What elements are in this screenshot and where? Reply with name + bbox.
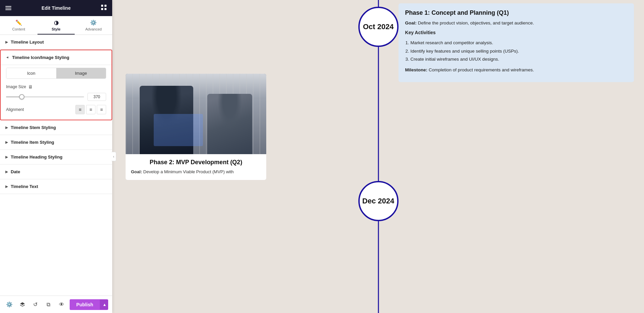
accordion-date-header[interactable]: ▶ Date [0, 165, 112, 179]
bottom-bar: ⚙️ ↺ ⧉ 👁 Publish ▲ [0, 296, 112, 313]
image-size-input[interactable]: 370 [87, 93, 106, 101]
svg-rect-0 [101, 5, 103, 7]
alignment-buttons: ≡ ≡ ≡ [75, 105, 106, 114]
align-center-btn[interactable]: ≡ [86, 105, 95, 114]
panel-content: ▶ Timeline Layout ▼ Timeline Icon/Image … [0, 35, 112, 296]
svg-rect-1 [104, 5, 106, 7]
settings-icon-btn[interactable]: ⚙️ [4, 299, 14, 310]
arrow-icon: ▶ [5, 155, 8, 159]
section-stem-styling: ▶ Timeline Stem Styling [0, 120, 112, 135]
image-size-slider[interactable] [6, 93, 84, 100]
dec-date-circle: Dec 2024 [358, 181, 399, 221]
hamburger-menu-icon[interactable] [5, 6, 11, 10]
accordion-item-header[interactable]: ▶ Timeline Item Styling [0, 135, 112, 149]
tab-advanced[interactable]: ⚙️ Advanced [75, 16, 112, 35]
section-timeline-layout: ▶ Timeline Layout [0, 35, 112, 50]
phase2-goal-text: Goal: Develop a Minimum Viable Product (… [126, 169, 266, 180]
oct-date-circle: Oct 2024 [358, 7, 399, 47]
panel-header: Edit Timeline [0, 0, 112, 16]
image-size-slider-row: 370 [6, 93, 106, 101]
phase2-image-card: Phase 2: MVP Development (Q2) Goal: Deve… [126, 74, 266, 180]
phase2-title: Phase 2: MVP Development (Q2) [126, 154, 266, 169]
icon-image-body: Icon Image Image Size 🖥 [1, 65, 112, 120]
toggle-icon-btn[interactable]: Icon [6, 68, 56, 78]
section-date: ▶ Date [0, 165, 112, 179]
list-item: Create initial wireframes and UI/UX desi… [411, 55, 627, 63]
phase1-card: Phase 1: Concept and Planning (Q1) Goal:… [399, 3, 634, 82]
svg-rect-3 [104, 8, 106, 10]
toggle-image-btn[interactable]: Image [56, 68, 106, 78]
timeline-center-stem: Oct 2024 Dec 2024 [365, 0, 392, 313]
publish-wrapper: Publish ▲ [70, 299, 108, 310]
publish-button[interactable]: Publish [70, 299, 100, 310]
image-size-label: Image Size 🖥 [6, 84, 33, 89]
main-canvas: Phase 2: MVP Development (Q2) Goal: Deve… [112, 0, 644, 313]
arrow-open-icon: ▼ [6, 56, 9, 59]
panel-title: Edit Timeline [42, 5, 71, 11]
tab-bar: ✏️ Content ◑ Style ⚙️ Advanced [0, 16, 112, 35]
history-icon-btn[interactable]: ↺ [30, 299, 41, 310]
duplicate-icon-btn[interactable]: ⧉ [43, 299, 54, 310]
gear-icon: ⚙️ [90, 19, 97, 26]
section-timeline-text: ▶ Timeline Text [0, 179, 112, 194]
timeline-wrapper: Phase 2: MVP Development (Q2) Goal: Deve… [112, 0, 644, 313]
section-heading-styling: ▶ Timeline Heading Styling [0, 150, 112, 165]
phase1-milestone: Milestone: Completion of product require… [405, 67, 627, 73]
phase1-title: Phase 1: Concept and Planning (Q1) [405, 9, 627, 16]
pencil-icon: ✏️ [15, 19, 22, 26]
phase2-image [126, 74, 266, 154]
alignment-label: Alignment [6, 107, 24, 112]
icon-image-toggle: Icon Image [6, 68, 106, 79]
align-left-btn[interactable]: ≡ [75, 105, 85, 114]
timeline-left-column: Phase 2: MVP Development (Q2) Goal: Deve… [112, 0, 365, 313]
collapse-panel-handle[interactable]: ‹ [112, 152, 116, 161]
phase1-key-activities-label: Key Activities [405, 29, 627, 36]
accordion-icon-image-header[interactable]: ▼ Timeline Icon/Image Styling [1, 50, 112, 65]
phase1-activities-list: Market research and competitor analysis.… [405, 39, 627, 63]
style-icon: ◑ [54, 19, 59, 26]
align-right-btn[interactable]: ≡ [97, 105, 106, 114]
accordion-text-header[interactable]: ▶ Timeline Text [0, 179, 112, 194]
arrow-icon: ▶ [5, 40, 8, 44]
accordion-stem-header[interactable]: ▶ Timeline Stem Styling [0, 120, 112, 135]
timeline-right-column: Phase 1: Concept and Planning (Q1) Goal:… [392, 0, 644, 313]
section-icon-image-styling: ▼ Timeline Icon/Image Styling Icon Image… [0, 50, 112, 120]
tab-style[interactable]: ◑ Style [38, 16, 75, 35]
phase1-goal: Goal: Define the product vision, objecti… [405, 20, 627, 26]
tab-content[interactable]: ✏️ Content [0, 16, 38, 35]
arrow-icon: ▶ [5, 126, 8, 129]
left-panel: Edit Timeline ✏️ Content ◑ Style ⚙️ Adva… [0, 0, 112, 313]
timeline-stem-line [378, 0, 379, 313]
section-item-styling: ▶ Timeline Item Styling [0, 135, 112, 150]
layers-icon-btn[interactable] [17, 299, 27, 310]
preview-icon-btn[interactable]: 👁 [57, 299, 67, 310]
arrow-icon: ▶ [5, 185, 8, 188]
publish-chevron-button[interactable]: ▲ [100, 300, 108, 310]
arrow-icon: ▶ [5, 140, 8, 144]
accordion-heading-header[interactable]: ▶ Timeline Heading Styling [0, 150, 112, 164]
svg-rect-2 [101, 8, 103, 10]
arrow-icon: ▶ [5, 170, 8, 174]
accordion-timeline-layout-header[interactable]: ▶ Timeline Layout [0, 35, 112, 49]
image-size-row: Image Size 🖥 [6, 84, 106, 89]
alignment-row: Alignment ≡ ≡ ≡ [6, 105, 106, 114]
monitor-icon: 🖥 [28, 84, 33, 89]
list-item: Identify key features and unique selling… [411, 47, 627, 55]
grid-icon[interactable] [101, 4, 107, 12]
list-item: Market research and competitor analysis. [411, 39, 627, 47]
